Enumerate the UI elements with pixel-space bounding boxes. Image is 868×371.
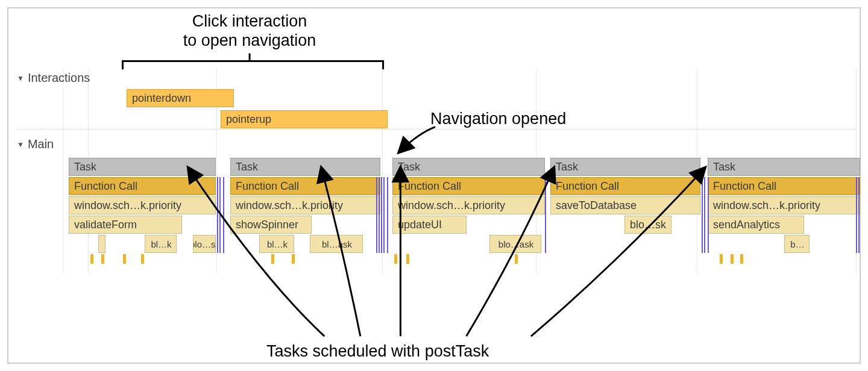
microtask-stripe [379, 177, 380, 253]
priority-bar[interactable]: window.sch…k.priority [230, 196, 380, 214]
microtask-stripe [702, 177, 703, 253]
microtask-stripe [217, 177, 218, 253]
microtask-stripe [856, 177, 857, 253]
microtask-stripe [387, 177, 388, 253]
microtask-stripe [219, 177, 221, 253]
microtask-stripe [858, 177, 860, 253]
interactions-track-text: Interactions [28, 71, 90, 85]
gridline [382, 69, 383, 273]
block-bar[interactable]: blo…ask [489, 235, 541, 253]
tick-mark [141, 254, 144, 264]
microtask-stripe [223, 177, 224, 253]
tick-mark [292, 254, 295, 264]
fn-bar[interactable]: blo…sk [624, 216, 671, 234]
tick-mark [515, 254, 518, 264]
tick-mark [394, 254, 397, 264]
tick-mark [731, 254, 734, 264]
task-bar[interactable]: Task [69, 158, 216, 176]
block-bar[interactable]: b… [784, 235, 810, 253]
tick-mark [271, 254, 274, 264]
priority-bar[interactable]: saveToDatabase [550, 196, 700, 214]
fn-bar[interactable]: sendAnalytics [708, 216, 804, 234]
annotation-tasks-posttask: Tasks scheduled with postTask [266, 341, 489, 361]
microtask-stripe [704, 177, 705, 253]
function-call-bar[interactable]: Function Call [230, 177, 380, 195]
microtask-stripe [381, 177, 382, 253]
priority-bar[interactable]: window.sch…k.priority [392, 196, 545, 214]
tick-mark [90, 254, 93, 264]
interaction-pointerup[interactable]: pointerup [221, 110, 388, 128]
track-label-main[interactable]: ▼ Main [17, 137, 54, 151]
microtask-stripe [376, 177, 377, 253]
task-bar[interactable]: Task [230, 158, 380, 176]
fn-bar[interactable]: validateForm [69, 216, 182, 234]
main-track-text: Main [28, 137, 54, 151]
annotation-line2: to open navigation [129, 31, 370, 50]
track-divider [17, 129, 856, 129]
function-call-bar[interactable]: Function Call [550, 177, 700, 195]
microtask-stripe [545, 177, 546, 253]
annotation-navigation-opened: Navigation opened [430, 109, 566, 128]
block-bar[interactable] [98, 235, 105, 253]
function-call-bar[interactable]: Function Call [708, 177, 860, 195]
function-call-bar[interactable]: Function Call [392, 177, 545, 195]
devtools-frame: Click interaction to open navigation Nav… [7, 7, 861, 364]
block-bar[interactable]: blo…sk [193, 235, 216, 253]
track-label-interactions[interactable]: ▼ Interactions [17, 71, 90, 85]
fn-bar[interactable]: updateUI [392, 216, 467, 234]
tick-mark [740, 254, 743, 264]
priority-bar[interactable]: window.sch…k.priority [708, 196, 860, 214]
function-call-bar[interactable]: Function Call [69, 177, 216, 195]
task-bar[interactable]: Task [392, 158, 545, 176]
tick-mark [406, 254, 409, 264]
task-bar[interactable]: Task [708, 158, 860, 176]
tick-mark [101, 254, 104, 264]
microtask-stripe [708, 177, 709, 253]
fn-bar[interactable]: showSpinner [230, 216, 312, 234]
annotation-line1: Click interaction [129, 11, 370, 31]
tick-mark [720, 254, 723, 264]
block-bar[interactable]: bl…ask [310, 235, 363, 253]
task-bar[interactable]: Task [550, 158, 700, 176]
block-bar[interactable]: bl…k [145, 235, 177, 253]
tick-mark [123, 254, 126, 264]
microtask-stripe [383, 177, 385, 253]
annotation-click-interaction: Click interaction to open navigation [129, 11, 370, 51]
disclosure-triangle-icon[interactable]: ▼ [17, 74, 24, 83]
priority-bar[interactable]: window.sch…k.priority [69, 196, 216, 214]
block-bar[interactable]: bl…k [259, 235, 294, 253]
disclosure-triangle-icon[interactable]: ▼ [17, 140, 24, 149]
gridline [63, 69, 63, 273]
interaction-pointerdown[interactable]: pointerdown [127, 89, 234, 107]
